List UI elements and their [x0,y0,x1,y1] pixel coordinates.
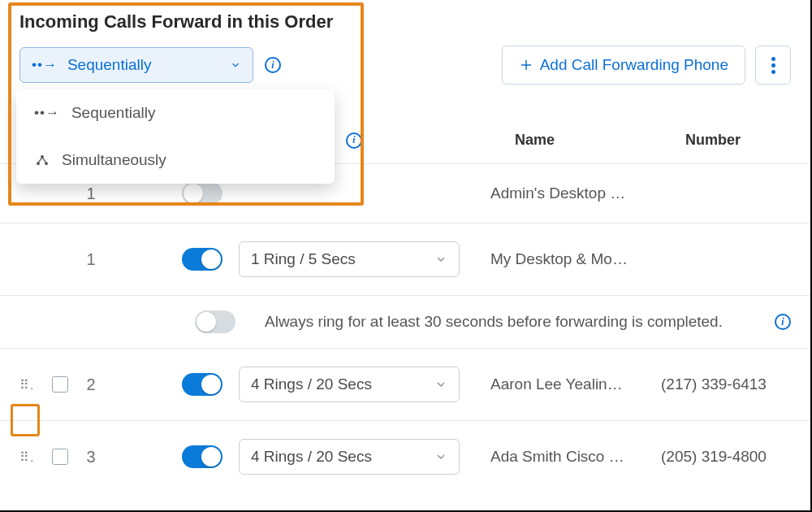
dot-icon [771,63,775,67]
row-checkbox[interactable] [52,449,68,465]
info-icon[interactable]: i [775,314,791,330]
chevron-down-icon [434,253,447,266]
active-toggle[interactable] [182,445,222,468]
column-header-number: Number [685,132,791,149]
add-forwarding-phone-button[interactable]: Add Call Forwarding Phone [502,46,745,85]
dot-icon [771,57,775,61]
order-option-label: Sequentially [71,104,156,122]
chevron-down-icon [434,450,447,463]
chevron-down-icon [434,378,447,391]
order-mode-selected-label: Sequentially [67,56,220,74]
phone-number: (217) 339-6413 [661,375,791,393]
phone-name: My Desktop & Mo… [490,250,661,268]
svg-point-3 [37,163,40,165]
phone-name: Admin's Desktop … [490,184,661,202]
svg-point-4 [45,163,48,165]
ring-duration-value: 4 Rings / 20 Secs [251,448,372,466]
order-option-label: Simultaneously [62,151,166,169]
order-number: 1 [83,184,99,203]
phone-name: Aaron Lee Yealin… [490,375,661,393]
always-ring-toggle[interactable] [195,310,235,333]
order-number: 2 [83,375,99,394]
table-row: ⠿. 1 1 Ring / 5 Secs My Desktop & Mo… [0,223,810,296]
always-ring-text: Always ring for at least 30 seconds befo… [265,313,762,331]
order-number: 1 [83,250,99,269]
column-header-name: Name [515,132,685,149]
ring-duration-select[interactable]: 4 Rings / 20 Secs [239,439,460,475]
plus-icon [519,58,533,72]
row-checkbox[interactable] [52,376,68,393]
active-toggle[interactable] [182,248,222,271]
always-ring-row: Always ring for at least 30 seconds befo… [0,296,810,349]
ring-duration-value: 1 Ring / 5 Secs [251,250,356,268]
info-icon[interactable]: i [265,57,281,73]
order-mode-select[interactable]: ••→ Sequentially [19,47,253,83]
ring-duration-value: 4 Rings / 20 Secs [251,375,372,393]
add-forwarding-phone-label: Add Call Forwarding Phone [540,56,728,74]
more-actions-button[interactable] [755,46,791,85]
order-option-simultaneously[interactable]: Simultaneously [16,137,335,184]
table-row: ⠿. 3 4 Rings / 20 Secs Ada Smith Cisco …… [0,421,810,492]
phone-name: Ada Smith Cisco … [490,448,661,466]
sequential-icon: ••→ [34,105,60,121]
phone-number: (205) 319-4800 [661,448,791,466]
order-number: 3 [83,448,99,466]
dot-icon [771,70,775,74]
ring-duration-select[interactable]: 4 Rings / 20 Secs [239,367,460,402]
ring-duration-select[interactable]: 1 Ring / 5 Secs [239,241,460,277]
simultaneous-icon [34,153,50,167]
info-icon[interactable]: i [346,132,362,149]
drag-handle[interactable]: ⠿. [19,449,37,465]
active-toggle[interactable] [182,373,222,396]
sequential-icon: ••→ [32,57,58,73]
page-title: Incoming Calls Forward in this Order [19,11,791,33]
svg-point-2 [41,156,44,158]
active-toggle[interactable] [182,182,222,205]
chevron-down-icon [230,59,241,71]
drag-handle[interactable]: ⠿. [19,377,37,393]
table-row: ⠿. 2 4 Rings / 20 Secs Aaron Lee Yealin…… [0,349,810,421]
order-option-sequentially[interactable]: ••→ Sequentially [16,89,335,137]
order-mode-dropdown: ••→ Sequentially Simultaneously [16,89,335,184]
